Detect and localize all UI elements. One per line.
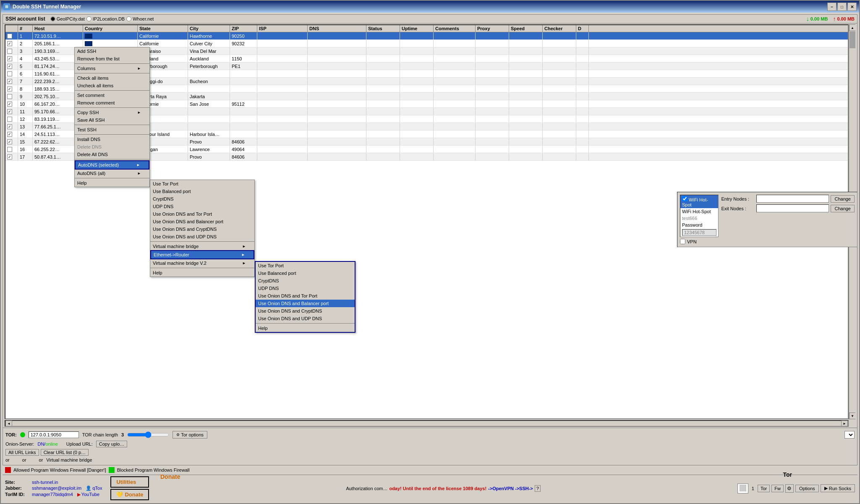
vpn-checkbox[interactable] xyxy=(680,239,685,244)
menu-set-comment[interactable]: Set comment xyxy=(75,91,149,99)
checkbox-7[interactable] xyxy=(7,86,12,91)
checkbox-0[interactable] xyxy=(7,34,12,39)
row-checkbox[interactable] xyxy=(5,70,18,77)
utilities-button[interactable]: Utilities xyxy=(110,476,149,488)
checkbox-10[interactable] xyxy=(7,109,12,114)
radio-ip2loc-btn[interactable] xyxy=(86,16,91,21)
autodns-submenu[interactable]: Use Tor Port Use Balanced port CryptDNS … xyxy=(150,180,255,277)
jabber-value[interactable]: sshmanager@exploit.im xyxy=(32,486,81,491)
menu-autodns-all[interactable]: AutoDNS (all)► xyxy=(75,170,149,177)
checkbox-1[interactable] xyxy=(7,41,12,46)
menu-uncheck-all[interactable]: Uncheck all items xyxy=(75,82,149,89)
menu-check-all[interactable]: Check all items xyxy=(75,74,149,82)
all-url-links-button[interactable]: All URL Links xyxy=(5,449,39,456)
col-zip[interactable]: ZIP xyxy=(230,25,257,32)
youtube-link[interactable]: ▶ YouTube xyxy=(77,492,99,497)
sub1-tor-port[interactable]: Use Tor Port xyxy=(150,180,254,188)
col-host[interactable]: Host xyxy=(33,25,83,32)
exit-change-btn[interactable]: Change xyxy=(831,205,855,212)
col-city[interactable]: City xyxy=(188,25,230,32)
fw-btn[interactable]: Fw xyxy=(771,485,784,492)
row-checkbox[interactable] xyxy=(5,85,18,92)
sub1-onion-balancer[interactable]: Use Onion DNS and Balancer port xyxy=(150,218,254,225)
radio-whoer[interactable]: Whoer.net xyxy=(126,16,154,21)
menu-help[interactable]: Help xyxy=(75,179,149,187)
menu-remove-comment[interactable]: Remove comment xyxy=(75,99,149,107)
tox-label[interactable]: qTox xyxy=(92,486,102,491)
wifi-item-1[interactable]: WiFi Hot-Spot xyxy=(680,195,718,208)
eth-udpdns[interactable]: UDP DNS xyxy=(256,285,355,292)
eth-onion-udp[interactable]: Use Onion DNS and UDP DNS xyxy=(256,315,355,322)
ethernet-submenu[interactable]: Use Tor Port Use Balanced port CryptDNS … xyxy=(255,261,356,333)
checkbox-3[interactable] xyxy=(7,56,12,61)
tor-options-button[interactable]: ⚙ Tor options xyxy=(173,431,207,439)
eth-onion-crypt[interactable]: Use Onion DNS and CryptDNS xyxy=(256,307,355,315)
scroll-right-btn[interactable]: ► xyxy=(841,420,848,426)
row-checkbox[interactable] xyxy=(5,115,18,123)
checkbox-11[interactable] xyxy=(7,117,12,122)
col-comments[interactable]: Comments xyxy=(434,25,476,32)
col-proxy[interactable]: Proxy xyxy=(476,25,509,32)
table-row[interactable]: 1 72.10.51.9… Californie Hawthorne 90250 xyxy=(5,32,848,40)
scroll-thumb[interactable] xyxy=(850,31,855,48)
menu-columns[interactable]: Columns► xyxy=(75,65,149,72)
checkbox-16[interactable] xyxy=(7,154,12,159)
checkbox-4[interactable] xyxy=(7,64,12,69)
checkbox-6[interactable] xyxy=(7,79,12,84)
radio-geoip[interactable]: GeolPCity.dat xyxy=(50,16,85,21)
menu-add-ssh[interactable]: Add SSH xyxy=(75,47,149,55)
table-row[interactable]: 2 205.186.1… Californie Culver City 9023… xyxy=(5,40,848,47)
radio-geoip-btn[interactable] xyxy=(50,16,55,21)
password-field[interactable]: 12345678 xyxy=(682,229,716,236)
copy-upload-button[interactable]: Copy uplo… xyxy=(96,441,128,447)
eth-onion-balancer[interactable]: Use Onion DNS and Balancer port xyxy=(256,300,355,307)
col-num[interactable]: # xyxy=(18,25,33,32)
menu-install-dns[interactable]: Install DNS xyxy=(75,136,149,143)
row-checkbox[interactable] xyxy=(5,32,18,39)
youtube-label[interactable]: YouTube xyxy=(81,492,99,497)
context-menu[interactable]: Add SSH Remove from the list Columns► Ch… xyxy=(74,47,150,187)
checkbox-9[interactable] xyxy=(7,102,12,107)
tox-link[interactable]: 👤 qTox xyxy=(86,486,102,491)
chain-slider[interactable] xyxy=(127,431,169,438)
sub1-help[interactable]: Help xyxy=(150,269,254,277)
checkbox-15[interactable] xyxy=(7,147,12,152)
eth-onion-tor[interactable]: Use Onion DNS and Tor Port xyxy=(256,292,355,300)
radio-ip2loc[interactable]: IP2Location.DB xyxy=(86,16,125,21)
eth-help[interactable]: Help xyxy=(256,324,355,332)
col-state[interactable]: State xyxy=(138,25,188,32)
col-d[interactable]: D xyxy=(576,25,589,32)
sub1-vm-bridge[interactable]: Virtual machine bridge► xyxy=(150,243,254,250)
menu-remove[interactable]: Remove from the list xyxy=(75,55,149,63)
tor-btn[interactable]: Tor xyxy=(758,485,770,492)
dropdown-selector[interactable] xyxy=(844,431,855,439)
eth-tor-port[interactable]: Use Tor Port xyxy=(256,262,355,269)
eth-balanced[interactable]: Use Balanced port xyxy=(256,269,355,277)
row-checkbox[interactable] xyxy=(5,153,18,160)
checkbox-5[interactable] xyxy=(7,71,12,76)
entry-nodes-input[interactable] xyxy=(756,195,829,203)
row-checkbox[interactable] xyxy=(5,100,18,107)
menu-save-all[interactable]: Save All SSH xyxy=(75,116,149,124)
exit-nodes-input[interactable] xyxy=(756,204,829,212)
checkbox-12[interactable] xyxy=(7,124,12,129)
row-checkbox[interactable] xyxy=(5,47,18,55)
row-checkbox[interactable] xyxy=(5,131,18,138)
row-checkbox[interactable] xyxy=(5,63,18,70)
settings-icon[interactable]: ⚙ xyxy=(785,484,794,493)
radio-whoer-btn[interactable] xyxy=(126,16,131,21)
row-checkbox[interactable] xyxy=(5,138,18,145)
torid-value[interactable]: manager77bidqdm4 xyxy=(32,492,73,497)
help-button[interactable]: ? xyxy=(535,485,541,492)
maximize-button[interactable]: □ xyxy=(837,3,847,11)
menu-delete-all-dns[interactable]: Delete All DNS xyxy=(75,151,149,158)
sub1-ethernet-router[interactable]: Ethernet->Router► xyxy=(150,250,254,259)
col-uptime[interactable]: Uptime xyxy=(400,25,434,32)
wifi-item-2[interactable]: WiFi Hot-Spot xyxy=(680,208,718,215)
sub1-vm-bridge-v2[interactable]: Virtual machine bridge V.2► xyxy=(150,259,254,267)
site-value[interactable]: ssh-tunnel.in xyxy=(32,480,58,485)
col-speed[interactable]: Speed xyxy=(509,25,543,32)
row-checkbox[interactable] xyxy=(5,78,18,85)
col-checker[interactable]: Checker xyxy=(543,25,576,32)
checkbox-8[interactable] xyxy=(7,94,12,99)
